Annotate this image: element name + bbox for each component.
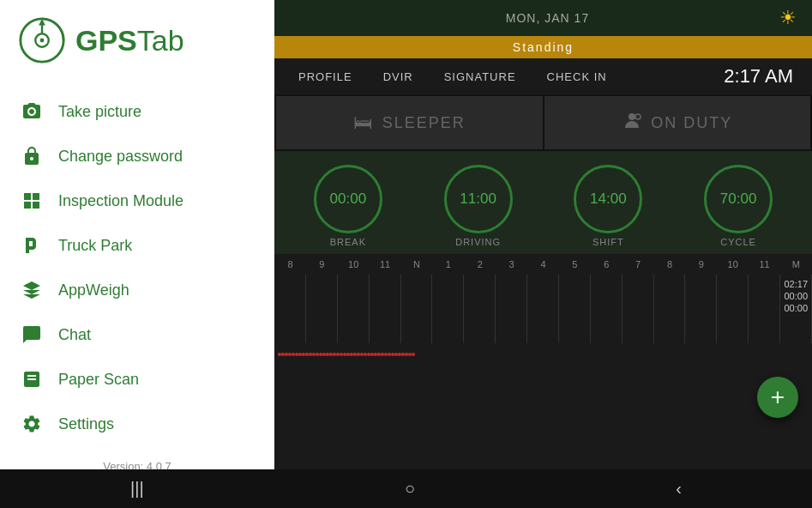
nav-dvir[interactable]: DVIR — [368, 60, 429, 94]
timeline-hour: 10 — [717, 259, 749, 269]
grid-column — [559, 275, 591, 343]
timer-shift-label: SHIFT — [592, 237, 624, 247]
timeline-hour: N — [401, 259, 433, 269]
grid-column — [527, 275, 559, 343]
svg-point-4 — [40, 39, 45, 43]
timeline-hour: 11 — [370, 259, 401, 269]
on-duty-label: ON DUTY — [651, 114, 732, 132]
time-val-2: 00:00 — [784, 291, 808, 301]
timer-shift-value: 14:00 — [590, 190, 627, 208]
time-display: 2:17 AM — [713, 58, 803, 94]
timer-driving-value: 11:00 — [460, 190, 496, 208]
sidebar-item-paper-scan[interactable]: Paper Scan — [0, 357, 274, 402]
standing-label: Standing — [513, 40, 574, 54]
timeline-grid: 02:17 00:00 00:00 — [274, 275, 812, 343]
timeline-hour: 2 — [464, 259, 496, 269]
nav-home-button[interactable]: ○ — [384, 472, 436, 505]
timer-cycle-value: 70:00 — [720, 190, 757, 208]
timeline-hour: 9 — [685, 259, 717, 269]
timer-break-circle: 00:00 — [314, 165, 382, 233]
timer-shift-circle: 14:00 — [574, 165, 642, 233]
truck-park-label: Truck Park — [58, 237, 132, 255]
timers-row: 00:00 BREAK 11:00 DRIVING 14:00 SHIFT 70… — [274, 151, 812, 254]
inspection-icon — [21, 190, 43, 212]
truck-park-icon — [21, 234, 43, 257]
sidebar-item-take-picture[interactable]: Take picture — [0, 89, 274, 134]
timeline-dot — [412, 353, 415, 356]
grid-column — [749, 275, 780, 343]
sidebar-menu: Take picture Change password Inspection … — [0, 81, 274, 455]
grid-column — [306, 275, 338, 343]
paper-scan-icon — [21, 368, 43, 390]
timeline-hour: 6 — [591, 259, 623, 269]
nav-profile[interactable]: PROFILE — [283, 60, 368, 94]
timer-cycle: 70:00 CYCLE — [704, 165, 773, 247]
fab-button[interactable]: + — [757, 377, 798, 418]
timeline-hour: 8 — [274, 259, 306, 269]
fab-icon: + — [771, 384, 785, 411]
status-row: 🛏 SLEEPER ON DUTY — [274, 94, 812, 151]
timeline-hour: 10 — [338, 259, 370, 269]
inspection-module-label: Inspection Module — [58, 192, 183, 210]
sidebar-item-truck-park[interactable]: Truck Park — [0, 223, 274, 268]
settings-label: Settings — [58, 415, 114, 433]
timeline-header: 891011N1234567891011M — [274, 254, 812, 275]
dot-row — [274, 343, 812, 365]
grid-column — [338, 275, 370, 343]
time-val-1: 02:17 — [784, 279, 808, 289]
sidebar: GPSTab Take picture Change passwo — [0, 0, 274, 469]
timeline-hour: 3 — [496, 259, 527, 269]
nav-menu-button[interactable]: ||| — [110, 472, 165, 505]
settings-icon — [21, 413, 43, 435]
standing-bar: Standing — [274, 36, 812, 58]
timer-cycle-label: CYCLE — [720, 237, 756, 247]
chat-label: Chat — [58, 326, 91, 344]
change-password-label: Change password — [58, 148, 183, 166]
timeline-times: 02:17 00:00 00:00 — [784, 279, 808, 313]
sidebar-item-inspection-module[interactable]: Inspection Module — [0, 178, 274, 223]
svg-point-5 — [629, 113, 635, 120]
nav-check-in[interactable]: CHECK IN — [532, 60, 623, 94]
grid-column — [401, 275, 433, 343]
grid-column — [496, 275, 527, 343]
appweigh-label: AppWeigh — [58, 281, 129, 299]
timeline-hour: 4 — [527, 259, 559, 269]
grid-column — [623, 275, 654, 343]
sidebar-item-change-password[interactable]: Change password — [0, 134, 274, 178]
timer-driving: 11:00 DRIVING — [444, 165, 513, 247]
grid-column — [370, 275, 401, 343]
sidebar-item-chat[interactable]: Chat — [0, 312, 274, 357]
grid-column — [274, 275, 306, 343]
lock-icon — [21, 145, 43, 167]
nav-signature[interactable]: SIGNATURE — [429, 60, 532, 94]
timer-break: 00:00 BREAK — [314, 165, 382, 247]
sidebar-item-appweigh[interactable]: AppWeigh — [0, 268, 274, 312]
main-content: MON, JAN 17 ☀ Standing PROFILE DVIR SIGN… — [274, 0, 812, 469]
top-bar: MON, JAN 17 ☀ — [274, 0, 812, 36]
timer-driving-circle: 11:00 — [444, 165, 513, 233]
nav-bar: PROFILE DVIR SIGNATURE CHECK IN 2:17 AM — [274, 58, 812, 94]
logo-text: GPSTab — [75, 24, 184, 57]
paper-scan-label: Paper Scan — [58, 371, 139, 389]
nav-back-button[interactable]: ‹ — [655, 472, 702, 505]
timer-break-label: BREAK — [330, 237, 366, 247]
date-display: MON, JAN 17 — [316, 11, 779, 25]
grid-column — [717, 275, 749, 343]
logo-area: GPSTab — [0, 0, 274, 81]
grid-column — [432, 275, 464, 343]
logo-icon — [17, 15, 67, 65]
timeline-hour: 7 — [623, 259, 654, 269]
sleeper-button[interactable]: 🛏 SLEEPER — [276, 96, 543, 149]
bottom-nav: ||| ○ ‹ — [0, 469, 812, 508]
grid-column — [685, 275, 717, 343]
timeline-hour: M — [780, 259, 812, 269]
grid-column — [654, 275, 686, 343]
take-picture-label: Take picture — [58, 103, 141, 121]
timer-break-value: 00:00 — [330, 190, 367, 208]
sidebar-item-settings[interactable]: Settings — [0, 402, 274, 446]
timer-cycle-circle: 70:00 — [704, 165, 773, 233]
time-val-3: 00:00 — [784, 303, 808, 313]
svg-point-6 — [635, 114, 641, 119]
sleeper-icon: 🛏 — [353, 112, 374, 134]
on-duty-button[interactable]: ON DUTY — [544, 96, 811, 149]
